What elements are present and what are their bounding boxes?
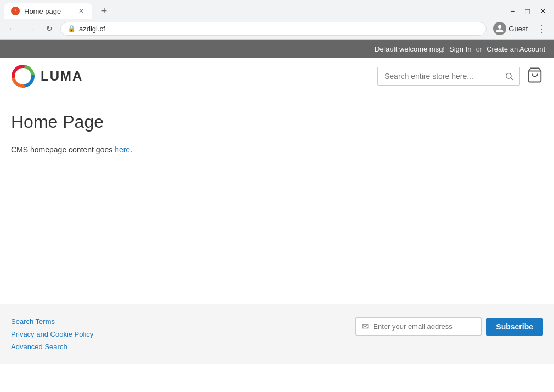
content-here-link[interactable]: here bbox=[115, 145, 130, 154]
create-account-link[interactable]: Create an Account bbox=[487, 45, 545, 53]
address-bar[interactable]: 🔒 azdigi.cf bbox=[60, 22, 487, 36]
tab-favicon bbox=[11, 7, 20, 15]
new-tab-button[interactable]: + bbox=[97, 3, 112, 19]
email-input-wrap: ✉ bbox=[355, 317, 482, 336]
cart-button[interactable] bbox=[527, 67, 543, 86]
subscribe-button[interactable]: Subscribe bbox=[486, 318, 543, 336]
search-input[interactable] bbox=[378, 67, 499, 85]
forward-button[interactable]: → bbox=[23, 21, 38, 36]
email-icon: ✉ bbox=[361, 321, 369, 332]
search-button[interactable] bbox=[499, 67, 519, 85]
user-name: Guest bbox=[508, 25, 528, 33]
tab-title: Home page bbox=[24, 7, 61, 15]
back-button[interactable]: ← bbox=[4, 21, 20, 36]
page-content: CMS homepage content goes here. bbox=[11, 145, 543, 154]
site-main: Home Page CMS homepage content goes here… bbox=[0, 95, 554, 304]
logo-text: LUMA bbox=[41, 69, 83, 84]
signin-link[interactable]: Sign In bbox=[449, 45, 471, 53]
svg-point-1 bbox=[506, 73, 511, 78]
search-box bbox=[377, 67, 520, 86]
user-account-button[interactable]: Guest bbox=[490, 21, 531, 36]
minimize-button[interactable]: − bbox=[506, 4, 519, 18]
site-footer: Search Terms Privacy and Cookie Policy A… bbox=[0, 304, 554, 364]
address-text: azdigi.cf bbox=[79, 25, 105, 33]
refresh-button[interactable]: ↻ bbox=[42, 21, 57, 36]
svg-line-2 bbox=[511, 78, 513, 80]
close-button[interactable]: ✕ bbox=[536, 4, 550, 18]
browser-menu-button[interactable]: ⋮ bbox=[534, 21, 550, 36]
luma-logo-icon bbox=[11, 64, 35, 88]
browser-chrome: Home page ✕ + − ◻ ✕ ← → ↻ 🔒 azdigi.cf Gu… bbox=[0, 0, 554, 40]
newsletter-area: ✉ Subscribe bbox=[355, 317, 543, 336]
welcome-message: Default welcome msg! bbox=[375, 45, 445, 53]
email-input[interactable] bbox=[373, 322, 472, 331]
footer-link-advanced-search[interactable]: Advanced Search bbox=[11, 343, 93, 351]
search-area bbox=[377, 67, 543, 86]
tab-close-button[interactable]: ✕ bbox=[77, 7, 86, 15]
browser-tab[interactable]: Home page ✕ bbox=[4, 3, 92, 19]
site-topbar: Default welcome msg! Sign In or Create a… bbox=[0, 40, 554, 58]
footer-link-privacy[interactable]: Privacy and Cookie Policy bbox=[11, 330, 93, 338]
site-header: LUMA bbox=[0, 58, 554, 95]
maximize-button[interactable]: ◻ bbox=[521, 4, 534, 18]
logo[interactable]: LUMA bbox=[11, 64, 83, 88]
page-title: Home Page bbox=[11, 112, 543, 132]
footer-links: Search Terms Privacy and Cookie Policy A… bbox=[11, 317, 93, 351]
user-avatar bbox=[493, 22, 506, 35]
lock-icon: 🔒 bbox=[67, 25, 76, 32]
topbar-separator: or bbox=[476, 45, 482, 53]
footer-link-search-terms[interactable]: Search Terms bbox=[11, 317, 93, 326]
